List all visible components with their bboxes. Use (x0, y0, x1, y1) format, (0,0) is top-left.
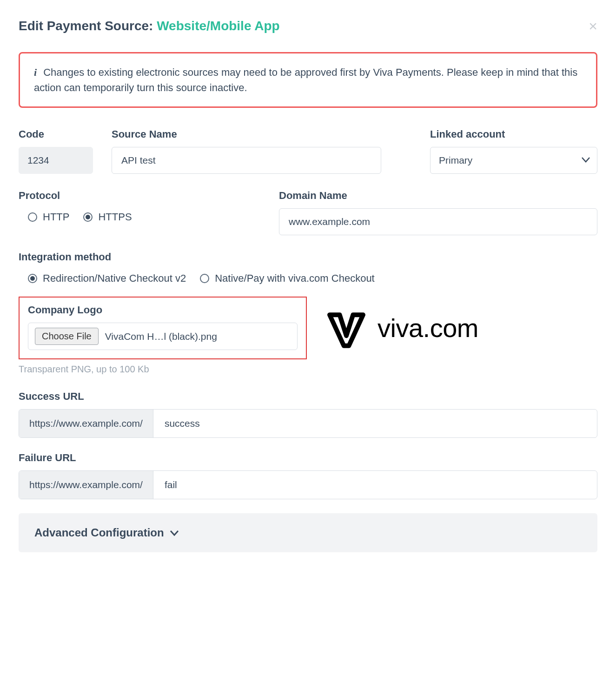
info-icon: i (34, 66, 37, 78)
close-icon[interactable]: × (589, 19, 597, 33)
success-url-label: Success URL (19, 390, 597, 403)
logo-preview: viva.com (325, 307, 478, 349)
alert-text: Changes to existing electronic sources m… (34, 66, 577, 93)
choose-file-button[interactable]: Choose File (35, 328, 99, 345)
failure-url-group: https://www.example.com/ (19, 470, 597, 499)
linked-account-label: Linked account (430, 128, 597, 140)
source-name-input[interactable] (112, 147, 381, 174)
code-value: 1234 (27, 155, 49, 166)
advanced-label: Advanced Configuration (34, 526, 164, 539)
source-name-value[interactable] (120, 147, 372, 173)
domain-value[interactable] (288, 209, 589, 235)
domain-input[interactable] (279, 208, 597, 235)
selected-filename: VivaCom H…l (black).png (105, 331, 217, 342)
dialog-title: Edit Payment Source: Website/Mobile App (19, 19, 280, 33)
linked-account-value: Primary (439, 155, 472, 166)
company-logo-label: Company Logo (28, 304, 298, 316)
title-highlight: Website/Mobile App (157, 19, 279, 33)
integration-native-radio[interactable]: Native/Pay with viva.com Checkout (200, 272, 375, 284)
protocol-label: Protocol (19, 190, 260, 202)
viva-logo-icon (325, 307, 367, 349)
radio-icon (200, 274, 209, 283)
protocol-http-radio[interactable]: HTTP (28, 211, 69, 223)
code-field: 1234 (19, 147, 93, 174)
failure-url-value[interactable] (164, 471, 587, 499)
failure-url-label: Failure URL (19, 452, 597, 464)
radio-icon (83, 212, 93, 222)
title-prefix: Edit Payment Source: (19, 19, 157, 33)
success-url-group: https://www.example.com/ (19, 409, 597, 438)
success-url-value[interactable] (164, 410, 587, 437)
integration-option-1: Redirection/Native Checkout v2 (43, 272, 186, 284)
failure-url-input[interactable] (153, 471, 597, 499)
protocol-http-label: HTTP (43, 211, 69, 223)
failure-url-prefix: https://www.example.com/ (19, 471, 153, 499)
advanced-configuration-toggle[interactable]: Advanced Configuration (19, 513, 597, 552)
radio-icon (28, 212, 37, 222)
integration-option-2: Native/Pay with viva.com Checkout (215, 272, 375, 284)
chevron-down-icon (170, 526, 179, 539)
success-url-input[interactable] (153, 410, 597, 437)
source-name-label: Source Name (112, 128, 381, 140)
protocol-https-label: HTTPS (98, 211, 132, 223)
integration-label: Integration method (19, 251, 597, 263)
company-logo-highlight-box: Company Logo Choose File VivaCom H…l (bl… (19, 297, 307, 359)
warning-alert: iChanges to existing electronic sources … (19, 52, 597, 108)
success-url-prefix: https://www.example.com/ (19, 410, 153, 437)
protocol-https-radio[interactable]: HTTPS (83, 211, 132, 223)
code-label: Code (19, 128, 93, 140)
company-logo-hint: Transparent PNG, up to 100 Kb (19, 364, 597, 375)
logo-preview-text: viva.com (378, 313, 478, 343)
company-logo-file-input[interactable]: Choose File VivaCom H…l (black).png (28, 323, 298, 350)
integration-redirection-radio[interactable]: Redirection/Native Checkout v2 (28, 272, 186, 284)
radio-icon (28, 274, 37, 283)
domain-label: Domain Name (279, 190, 597, 202)
linked-account-select[interactable]: Primary (430, 147, 597, 174)
